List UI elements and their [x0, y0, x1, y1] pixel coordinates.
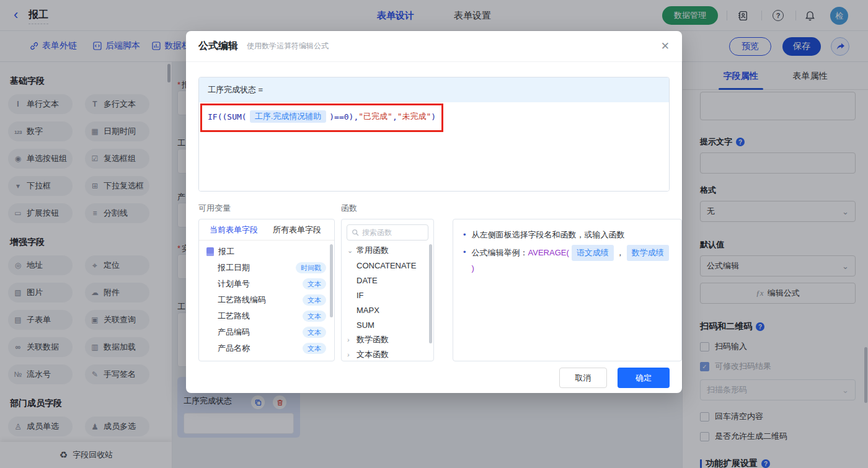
chevron-right-icon: ›	[347, 351, 353, 358]
formula-editor-modal: 公式编辑 使用数学运算符编辑公式 ✕ 工序完成状态 = IF((SUM( 工序.…	[186, 31, 682, 393]
function-item[interactable]: MAPX	[342, 302, 433, 317]
cancel-button[interactable]: 取消	[559, 368, 607, 388]
function-name: CONCATENATE	[356, 261, 416, 270]
tab-current-form-fields[interactable]: 当前表单字段	[210, 224, 258, 236]
example-label: 公式编辑举例：	[472, 245, 528, 260]
variable-item[interactable]: 报工日期 时间戳	[199, 260, 334, 276]
function-group-math[interactable]: › 数学函数	[342, 332, 433, 347]
bullet-icon: •	[463, 245, 466, 276]
modal-title: 公式编辑	[198, 40, 238, 53]
function-name: IF	[356, 291, 364, 300]
formula-segment: 工序.完成情况辅助	[250, 110, 327, 123]
variable-type-tag: 时间戳	[296, 262, 326, 273]
example-field-pill: 语文成绩	[572, 245, 614, 261]
variable-name: 工艺路线编码	[218, 294, 303, 306]
search-icon	[352, 229, 359, 236]
modal-panels: 当前表单字段 所有表单字段 报工 报工日期 时间戳 计划单号	[198, 219, 670, 361]
formula-segment: )	[431, 112, 436, 121]
variable-item[interactable]: 工艺路线 文本	[199, 308, 334, 324]
variable-name: 计划单号	[218, 278, 303, 289]
modal-subtitle: 使用数学运算符编辑公式	[247, 41, 329, 51]
function-item[interactable]: DATE	[342, 273, 433, 288]
example-separator: ，	[616, 245, 624, 260]
app-root: ‹ 报工 表单设计 表单设置 数据管理 ? 检	[0, 0, 868, 468]
function-name: MAPX	[356, 306, 379, 315]
variables-panel: 当前表单字段 所有表单字段 报工 报工日期 时间戳 计划单号	[198, 219, 335, 361]
modal-section-labels: 可用变量 函数	[198, 203, 670, 214]
variable-type-tag: 文本	[303, 294, 326, 306]
function-list: CONCATENATE DATE IF MAPX	[342, 258, 433, 332]
function-group-common[interactable]: ⌄ 常用函数	[342, 243, 433, 258]
chevron-down-icon: ⌄	[347, 247, 353, 255]
variable-name: 产品编码	[218, 327, 303, 338]
formula-input-area[interactable]: IF((SUM( 工序.完成情况辅助 )==0), "已完成" , "未完成" …	[199, 102, 669, 191]
tab-all-form-fields[interactable]: 所有表单字段	[273, 224, 321, 236]
function-name: SUM	[356, 320, 374, 330]
variable-type-tag: 文本	[303, 278, 326, 289]
functions-scrollbar[interactable]	[429, 244, 432, 343]
form-node[interactable]: 报工	[199, 244, 334, 260]
variable-item[interactable]: 工艺路线编码 文本	[199, 292, 334, 308]
confirm-button[interactable]: 确定	[618, 368, 670, 388]
hint-line-1: • 从左侧面板选择字段名和函数，或输入函数	[463, 227, 671, 242]
formula-segment: )==0),	[329, 112, 358, 121]
variables-tabs: 当前表单字段 所有表单字段	[199, 219, 334, 241]
form-doc-icon	[206, 247, 214, 256]
close-icon[interactable]: ✕	[661, 40, 670, 53]
function-group-text[interactable]: › 文本函数	[342, 347, 433, 361]
formula-segment: "已完成"	[358, 111, 392, 122]
formula-line: IF((SUM( 工序.完成情况辅助 )==0), "已完成" , "未完成" …	[208, 110, 660, 123]
example-field-pill: 数学成绩	[627, 245, 669, 261]
variable-item[interactable]: 产品名称 文本	[199, 340, 334, 356]
variable-type-tag: 文本	[303, 327, 326, 338]
form-node-label: 报工	[218, 246, 234, 257]
functions-panel: 搜索函数 ⌄ 常用函数 CONCATENATE DATE	[341, 219, 434, 361]
example-function-close: )	[472, 261, 474, 276]
variable-item[interactable]: 计划单号 文本	[199, 276, 334, 292]
hints-panel: • 从左侧面板选择字段名和函数，或输入函数 • 公式编辑举例： AVERAGE(…	[453, 219, 682, 361]
variable-name: 产品名称	[218, 343, 303, 354]
variables-scrollbar[interactable]	[330, 244, 333, 317]
function-item[interactable]: IF	[342, 288, 433, 302]
chevron-right-icon: ›	[347, 336, 353, 343]
variable-type-tag: 文本	[303, 343, 326, 354]
formula-segment: IF((SUM(	[208, 112, 247, 121]
formula-block: 工序完成状态 = IF((SUM( 工序.完成情况辅助 )==0), "已完成"…	[198, 77, 670, 192]
formula-segment: "未完成"	[397, 111, 432, 122]
variable-name: 报工日期	[218, 262, 296, 273]
function-search-input[interactable]: 搜索函数	[347, 224, 428, 241]
search-placeholder: 搜索函数	[362, 227, 392, 238]
function-item[interactable]: CONCATENATE	[342, 258, 433, 273]
modal-header: 公式编辑 使用数学运算符编辑公式 ✕	[186, 31, 682, 62]
variable-type-tag: 文本	[303, 311, 326, 322]
variables-label: 可用变量	[198, 203, 231, 214]
variables-list: 报工日期 时间戳 计划单号 文本 工艺路线编码 文本	[199, 260, 334, 356]
functions-label: 函数	[341, 203, 357, 214]
variable-name: 工艺路线	[218, 311, 303, 322]
function-item[interactable]: SUM	[342, 317, 433, 332]
hint-line-2: • 公式编辑举例： AVERAGE( 语文成绩 ， 数学成绩 )	[463, 245, 671, 276]
formula-segment: ,	[392, 112, 397, 121]
variable-item[interactable]: 产品编码 文本	[199, 324, 334, 340]
function-name: DATE	[356, 276, 378, 285]
example-function-open: AVERAGE(	[528, 245, 569, 260]
modal-footer: 取消 确定	[559, 368, 670, 388]
formula-target-label: 工序完成状态 =	[199, 77, 669, 102]
bullet-icon: •	[463, 227, 466, 242]
